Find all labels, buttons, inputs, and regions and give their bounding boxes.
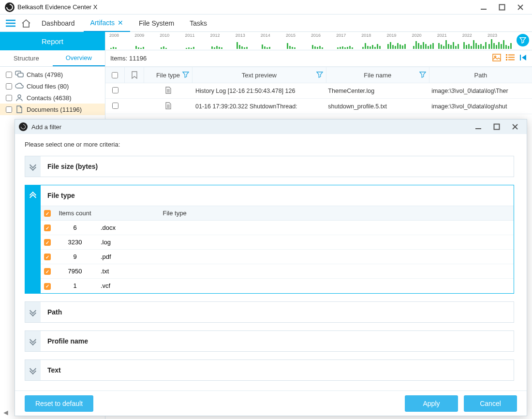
maximize-button[interactable] [497,2,507,12]
tree-item-documents[interactable]: Documents (11196) [0,104,105,115]
criterion-label: File type [41,185,514,206]
criterion-text[interactable]: Text [25,359,514,381]
dialog-close-button[interactable] [510,122,520,132]
checkbox-checked-icon[interactable] [44,224,51,231]
expand-toggle[interactable] [25,360,41,380]
col-items-count[interactable]: Items count [54,206,96,221]
svg-point-9 [18,95,21,98]
expand-toggle[interactable] [25,331,41,351]
checkbox-checked-icon[interactable] [44,268,51,275]
svg-rect-17 [508,60,515,60]
dialog-title-bar: Add a filter [15,120,527,134]
tree-label: Chats (4798) [27,71,63,78]
funnel-icon[interactable] [316,71,323,79]
checkbox-checked-icon[interactable] [44,283,51,290]
timeline[interactable]: 2008200920102011201220132014201520162017… [105,32,532,50]
items-header: Items: 11196 [105,50,532,67]
minimize-button[interactable] [479,2,488,12]
tree-checkbox[interactable] [6,83,12,90]
cloud-icon [15,82,24,90]
tree-checkbox[interactable] [6,106,12,113]
reset-button[interactable]: Reset to default [25,395,93,412]
tree-label: Cloud files (80) [27,83,69,90]
col-file-type[interactable]: File type [144,67,192,83]
col-file-type[interactable]: File type [96,206,253,221]
app-logo-icon [5,2,15,12]
report-button[interactable]: Report [0,32,105,50]
col-file-name[interactable]: File name [326,67,429,83]
file-type-row[interactable]: 9.pdf [41,250,514,264]
tree-item-contacts[interactable]: Contacts (4638) [0,92,105,104]
cancel-button[interactable]: Cancel [464,395,517,412]
criterion-profile-name[interactable]: Profile name [25,330,514,352]
svg-rect-13 [506,57,507,58]
file-type-row[interactable]: 1.vcf [41,279,514,293]
svg-rect-26 [494,124,500,130]
svg-rect-12 [506,54,507,56]
tree-label: Contacts (4638) [27,94,72,102]
tree-item-chats[interactable]: Chats (4798) [0,69,105,80]
chat-icon [15,70,24,79]
list-view-icon[interactable] [506,54,515,63]
col-bookmark[interactable] [125,67,144,83]
grid-header: File type Text preview File name Path [105,67,532,83]
criterion-label: Profile name [41,331,514,351]
tree-checkbox[interactable] [6,72,12,78]
criterion-path[interactable]: Path [25,301,514,323]
dialog-title: Add a filter [31,123,61,131]
menu-icon[interactable] [4,16,17,30]
file-type-row[interactable]: 3230.log [41,235,514,250]
tab-overview[interactable]: Overview [53,50,105,66]
svg-rect-18 [520,55,521,60]
nav-tasks[interactable]: Tasks [183,15,214,32]
close-icon[interactable]: ✕ [118,19,123,27]
expand-toggle[interactable] [25,156,41,177]
nav-dashboard[interactable]: Dashboard [35,15,82,32]
checkbox-checked-icon[interactable] [44,210,51,217]
file-type-row[interactable]: 7950.txt [41,264,514,279]
row-checkbox[interactable] [112,87,118,93]
dialog-prompt: Please select one or more criteria: [25,141,517,148]
document-icon [15,105,24,114]
items-count: Items: 11196 [110,55,147,62]
row-checkbox[interactable] [112,103,118,109]
tree-item-cloud[interactable]: Cloud files (80) [0,80,105,92]
dialog-maximize-button[interactable] [492,122,502,132]
tab-structure[interactable]: Structure [0,50,53,66]
tree-checkbox[interactable] [6,95,12,101]
close-button[interactable] [516,2,525,12]
tree: Chats (4798) Cloud files (80) Contacts (… [0,67,105,117]
svg-rect-1 [500,4,505,10]
collapse-toggle[interactable] [25,185,41,293]
criterion-file-size[interactable]: File size (bytes) [25,156,514,177]
home-icon[interactable] [19,16,33,30]
expand-toggle[interactable] [25,302,41,322]
timeline-filter-button[interactable] [517,34,529,46]
col-check-all[interactable] [41,206,54,221]
funnel-icon[interactable] [182,71,189,79]
apply-button[interactable]: Apply [405,395,458,412]
filter-dialog: Add a filter Please select one or more c… [15,119,527,416]
file-type-row[interactable]: 6.docx [41,221,514,235]
app-logo-icon [19,122,28,131]
svg-rect-8 [18,73,23,77]
col-select-all[interactable] [105,67,125,83]
dialog-minimize-button[interactable] [473,122,483,132]
table-row[interactable]: 01-16 17:39:20.322 ShutdownThread:shutdo… [105,99,532,114]
nav-bar: Dashboard Artifacts✕ File System Tasks [0,15,532,32]
checkbox-checked-icon[interactable] [44,254,51,260]
go-first-icon[interactable] [519,54,527,63]
criterion-label: Path [41,302,514,322]
funnel-icon[interactable] [419,71,426,79]
title-bar: Belkasoft Evidence Center X [0,0,532,15]
thumbnail-view-icon[interactable] [492,54,501,63]
table-row[interactable]: History Log [12-16 21:50:43.478] 126Them… [105,83,532,99]
svg-point-11 [495,56,496,58]
nav-artifacts[interactable]: Artifacts✕ [84,15,131,32]
svg-rect-14 [506,59,507,60]
col-path[interactable]: Path [429,67,532,83]
nav-file-system[interactable]: File System [132,15,181,32]
col-text-preview[interactable]: Text preview [192,67,326,83]
checkbox-checked-icon[interactable] [44,239,51,246]
svg-rect-10 [493,54,501,61]
